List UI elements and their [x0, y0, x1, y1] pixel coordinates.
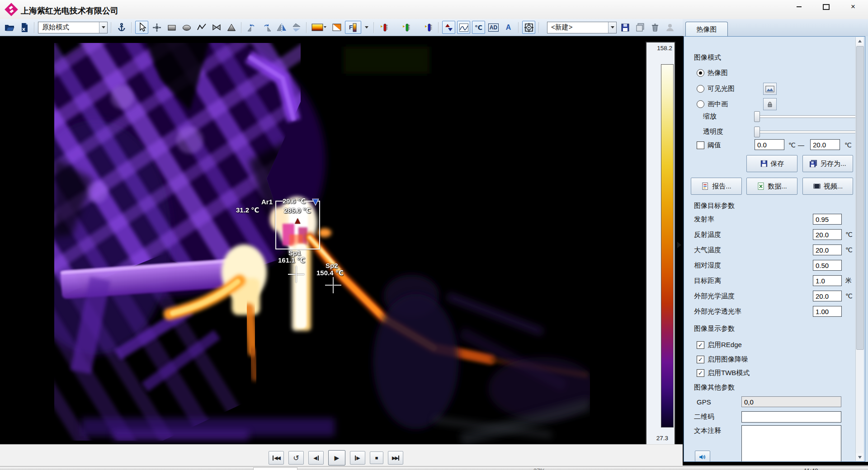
threshold-max-unit: ℃: [844, 141, 852, 149]
opacity-slider[interactable]: [754, 127, 857, 136]
fl-dropdown-button[interactable]: [363, 21, 370, 34]
flip-vertical-button[interactable]: [290, 21, 303, 34]
export-file-button[interactable]: [18, 21, 31, 34]
isotherm-high-button[interactable]: [377, 21, 391, 34]
optics-transmittance-input[interactable]: [813, 306, 842, 317]
panel-collapse-arrow-icon[interactable]: [677, 242, 681, 248]
minimize-button[interactable]: [788, 0, 809, 14]
scroll-up-icon[interactable]: [856, 37, 863, 45]
polygon-tool-button[interactable]: [210, 21, 223, 34]
panel-frame: [865, 36, 868, 462]
film-icon: [813, 182, 821, 190]
flip-horizontal-button[interactable]: [275, 21, 288, 34]
rotate-right-button[interactable]: [260, 21, 273, 34]
floppy-icon: [620, 22, 631, 33]
stop-button[interactable]: ■: [370, 451, 383, 464]
flip-vertical-icon: [291, 22, 302, 33]
play-button[interactable]: ▶: [328, 450, 345, 465]
radio-picture-in-picture[interactable]: [697, 100, 704, 108]
anchor-button[interactable]: [115, 21, 128, 34]
scroll-down-icon[interactable]: [856, 453, 863, 461]
histogram-button[interactable]: [457, 21, 470, 34]
report-button[interactable]: 报告...: [691, 178, 742, 195]
palette-gradient-bar[interactable]: [661, 64, 674, 428]
gps-input[interactable]: [741, 396, 841, 407]
palette-select-button[interactable]: [310, 21, 328, 34]
spreadsheet-icon: [757, 182, 765, 190]
cold-spot-marker-icon[interactable]: ▼: [310, 196, 321, 207]
threshold-checkbox[interactable]: [697, 141, 704, 149]
close-button[interactable]: ×: [843, 0, 863, 14]
user-button[interactable]: [663, 21, 676, 34]
triangle-tool-button[interactable]: [225, 21, 238, 34]
delete-preset-button[interactable]: [648, 21, 661, 34]
emissivity-input[interactable]: [813, 214, 842, 225]
radio-visible-light[interactable]: [697, 85, 704, 93]
step-forward-button[interactable]: ▶: [350, 451, 365, 465]
note-textarea[interactable]: [741, 425, 841, 462]
humidity-input[interactable]: [813, 260, 842, 271]
maximize-button[interactable]: [816, 0, 836, 14]
isotherm-low-button[interactable]: [422, 21, 435, 34]
skip-start-button[interactable]: ◀◀: [269, 451, 284, 465]
skip-end-button[interactable]: ▶▶: [388, 451, 403, 465]
thermal-settings-panel: 图像模式 热像图 可见光图 画中画 缩放 透明度 阈: [684, 36, 865, 462]
hot-spot-marker-icon[interactable]: ▲: [293, 216, 302, 225]
sp2-crosshair[interactable]: [325, 277, 341, 293]
image-canvas[interactable]: 31.2 ℃ Ar1 29.6 ℃ ▼ 285.0 ℃ ▲ Sp1 161.1 …: [0, 36, 683, 444]
isotherm-mid-button[interactable]: [400, 21, 413, 34]
polyline-tool-button[interactable]: [195, 21, 208, 34]
spot-tool-button[interactable]: [150, 21, 163, 34]
twb-checkbox[interactable]: ✓: [697, 369, 704, 377]
save-as-button[interactable]: 另存为...: [802, 155, 853, 172]
save-preset-button[interactable]: [618, 21, 632, 34]
rotate-left-button[interactable]: [245, 21, 258, 34]
pointer-tool-button[interactable]: [135, 21, 148, 34]
tab-thermal-image[interactable]: 热像图: [685, 22, 728, 37]
loop-button[interactable]: ↺: [288, 451, 304, 465]
curve-icon: [458, 22, 469, 33]
scrollbar-thumb[interactable]: [856, 46, 864, 350]
ad-button[interactable]: AD: [487, 21, 500, 34]
triangle-icon: [226, 22, 237, 33]
visible-image-button[interactable]: [763, 83, 777, 95]
taskbar-segment[interactable]: [253, 467, 297, 470]
panel-scrollbar[interactable]: [855, 37, 863, 461]
distance-input[interactable]: [813, 275, 842, 286]
step-back-button[interactable]: ◀: [308, 451, 324, 465]
data-button[interactable]: 数据...: [746, 178, 797, 195]
denoise-checkbox[interactable]: ✓: [697, 356, 704, 363]
rectangle-tool-button[interactable]: [165, 21, 178, 34]
text-annotation-button[interactable]: A: [502, 21, 515, 34]
mode-select[interactable]: 原始模式: [38, 22, 108, 33]
copy-preset-button[interactable]: [633, 21, 646, 34]
threshold-min-input[interactable]: [755, 139, 784, 150]
preset-select[interactable]: <新建>: [547, 22, 617, 33]
optics-temp-input[interactable]: [813, 291, 842, 301]
save-button[interactable]: 保存: [746, 155, 797, 172]
video-button[interactable]: 视频...: [802, 178, 853, 195]
atmosphere-temp-input[interactable]: [813, 244, 842, 255]
sp1-crosshair[interactable]: [288, 266, 304, 282]
center-target-button[interactable]: [522, 21, 535, 34]
bar-glyph: [318, 456, 319, 461]
minmax-markers-button[interactable]: [442, 21, 455, 34]
temperature-unit-button[interactable]: ℃: [472, 21, 485, 34]
cursor-temp-label: 31.2 ℃: [236, 206, 259, 214]
threshold-max-input[interactable]: [810, 139, 840, 150]
audio-note-button[interactable]: [695, 451, 710, 462]
redge-checkbox[interactable]: ✓: [697, 341, 704, 349]
fl-palette-button[interactable]: F: [345, 21, 361, 34]
invert-palette-button[interactable]: [330, 21, 343, 34]
threshold-min-unit: ℃: [788, 141, 796, 149]
twb-label: 启用TWB模式: [708, 369, 750, 377]
radio-thermal-image[interactable]: [697, 69, 704, 77]
zoom-slider[interactable]: [754, 111, 857, 121]
qr-input[interactable]: [741, 411, 841, 423]
open-file-button[interactable]: [3, 21, 16, 34]
ar1-label: Ar1: [261, 198, 273, 206]
ellipse-tool-button[interactable]: [180, 21, 193, 34]
threshold-label: 阈值: [708, 141, 721, 150]
reflected-temp-input[interactable]: [813, 229, 842, 240]
lock-button[interactable]: [763, 98, 777, 110]
